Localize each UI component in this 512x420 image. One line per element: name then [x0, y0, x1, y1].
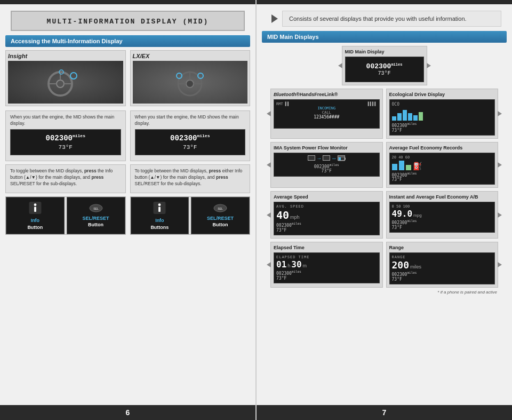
- eco-screen: 0C0 002300miles 73°F: [389, 99, 495, 136]
- afe-reading: 002300miles: [392, 171, 493, 178]
- toggle-box-left: To toggle between the MID displays, pres…: [5, 164, 126, 193]
- avg-speed-reading: 002300miles: [276, 221, 377, 228]
- info-box-left: When you start the engine, the MID shows…: [5, 110, 126, 161]
- car-images-row: Insight LX/EX: [5, 50, 250, 106]
- ima-arrow: →: [316, 155, 322, 161]
- engine-text-left: When you start the engine, the MID shows…: [10, 114, 121, 127]
- arrow-left-elapsed: [267, 262, 271, 267]
- button-row: InfoButton SEL SEL/RESETButton: [5, 196, 250, 235]
- svg-rect-26: [339, 157, 341, 160]
- sel-reset-icon-right: SEL: [213, 203, 228, 213]
- eco-bar-2: [397, 113, 402, 121]
- lxex-label: LX/EX: [133, 53, 248, 59]
- bt-number: 123456####: [276, 115, 377, 120]
- range-value: 200: [392, 259, 410, 271]
- page-left: MULTI-INFORMATION DISPLAY (MID) Accessin…: [0, 0, 255, 420]
- svg-point-15: [34, 203, 36, 206]
- svg-rect-21: [158, 207, 161, 212]
- iaf-value: 49.0: [392, 209, 413, 219]
- ima-arrow2: ↔: [331, 155, 337, 161]
- afe-reading2: 73°F: [392, 177, 493, 182]
- mid-main-cell: MID Main Display 002300miles 73°F: [342, 46, 427, 85]
- top-bar-left: [0, 0, 255, 4]
- iaf-screen: 0 50 100 49.0 mpg 002300miles 73°F: [389, 202, 495, 233]
- lxex-section: LX/EX: [130, 50, 251, 106]
- arrow-right-range: [498, 262, 502, 267]
- mid-grid: MID Main Display 002300miles 73°F Blueto…: [268, 46, 500, 288]
- et-screen: ELAPSED TIME 01 h 30 m 002300miles 73°F: [274, 252, 380, 283]
- sel-reset-label-right: SEL/RESETButton: [207, 215, 234, 228]
- sel-reset-label-left: SEL/RESETButton: [83, 215, 109, 228]
- et-label: ELAPSED TIME: [276, 255, 377, 259]
- info-button-right: InfoButtons: [131, 197, 189, 234]
- afe-icon: ⛽: [413, 162, 422, 170]
- sel-reset-button-left: SEL SEL/RESETButton: [67, 197, 125, 234]
- mid-reading2-right: 73°F: [140, 144, 241, 152]
- et-reading: 002300miles: [276, 270, 377, 276]
- mid-main-reading2: 73°F: [378, 70, 390, 76]
- svg-rect-16: [34, 207, 36, 212]
- sel-reset-button-right: SEL SEL/RESETButton: [191, 197, 250, 234]
- mid-reading-right: 002300miles: [140, 133, 241, 144]
- main-title: MULTI-INFORMATION DISPLAY (MID): [47, 18, 209, 26]
- iaf-scale: 0 50 100: [392, 204, 493, 209]
- eco-bar-3: [403, 110, 407, 121]
- mid-display-left: 002300miles 73°F: [10, 129, 121, 156]
- mid-display-right: 002300miles 73°F: [135, 129, 246, 156]
- ima-cell: IMA System Power Flow Monitor → ↔: [270, 142, 383, 188]
- left-content: Insight LX/EX: [0, 50, 255, 405]
- arrow-right-main: [427, 63, 431, 68]
- elapsed-cell: Elapsed Time ELAPSED TIME 01 h 30 m 0023…: [270, 242, 383, 288]
- range-unit: miles: [410, 264, 421, 270]
- bt-screen: RMT ▌▌ ▌▌▌▌ INCOMING CALL 123456####: [274, 99, 380, 129]
- iaf-value-row: 49.0 mpg: [392, 209, 493, 219]
- afe-bar-1: [392, 164, 397, 170]
- footnote: * if a phone is paired and active: [268, 290, 500, 295]
- bottom-bar-right: 7: [257, 405, 512, 420]
- et-h-unit: h: [287, 263, 290, 268]
- arrow-right-eco: [498, 111, 502, 116]
- battery-svg: [338, 156, 346, 161]
- svg-point-5: [70, 73, 77, 79]
- eco-bar-4: [408, 113, 412, 121]
- avg-speed-label: AVG. SPEED: [276, 204, 377, 209]
- eco-val: 0C0: [392, 102, 493, 107]
- bt-status: RMT ▌▌ ▌▌▌▌: [276, 102, 377, 106]
- engine-text-right: When you start the engine, the MID shows…: [135, 114, 246, 127]
- mid-main-center: MID Main Display 002300miles 73°F: [270, 46, 498, 85]
- ima-engine-icon: [308, 155, 315, 161]
- info-button-label-left: InfoButton: [27, 217, 43, 231]
- avg-speed-value: 40: [276, 209, 289, 221]
- afe-bar-3: [406, 165, 411, 170]
- arrow-left-bt: [267, 111, 271, 116]
- eco-bars: [392, 108, 493, 121]
- lxex-image: [133, 61, 248, 104]
- button-box-left: InfoButton SEL SEL/RESETButton: [5, 196, 126, 235]
- ima-icons: → ↔: [308, 155, 345, 161]
- info-button-label-right: InfoButtons: [150, 217, 169, 231]
- main-title-area: MULTI-INFORMATION DISPLAY (MID): [11, 11, 245, 31]
- iaf-reading2: 73°F: [392, 225, 493, 230]
- iaf-cell: Instant and Average Fuel Economy A/B 0 5…: [386, 191, 499, 239]
- svg-point-8: [186, 80, 194, 88]
- iaf-reading: 002300miles: [392, 219, 493, 225]
- mid-reading2-left: 73°F: [15, 144, 116, 152]
- miles-unit-right: miles: [197, 133, 210, 138]
- avg-screen: AVG. SPEED 40 mph 002300miles 73°F: [274, 202, 380, 235]
- eco-cell: Ecological Drive Display 0C0 002300miles: [386, 89, 499, 139]
- ima-battery-icon: [338, 155, 345, 161]
- arrow-left-avg: [267, 212, 271, 218]
- page-num-right: 7: [382, 408, 387, 417]
- iaf-unit: mpg: [413, 213, 422, 218]
- svg-text:SEL: SEL: [93, 207, 99, 210]
- info-box-right: When you start the engine, the MID shows…: [130, 110, 251, 161]
- sel-reset-icon-left: SEL: [89, 203, 103, 213]
- avg-speed-cell: Average Speed AVG. SPEED 40 mph 002300mi…: [270, 191, 383, 239]
- bottom-bar-left: 6: [0, 405, 255, 420]
- toggle-text-left: To toggle between the MID displays, pres…: [10, 168, 121, 187]
- miles-unit-left: miles: [73, 133, 85, 138]
- et-m-unit: m: [303, 263, 307, 268]
- arrow-right-afe: [498, 162, 502, 168]
- main-title-box: MULTI-INFORMATION DISPLAY (MID): [11, 11, 245, 31]
- avg-speed-unit: mph: [290, 215, 300, 220]
